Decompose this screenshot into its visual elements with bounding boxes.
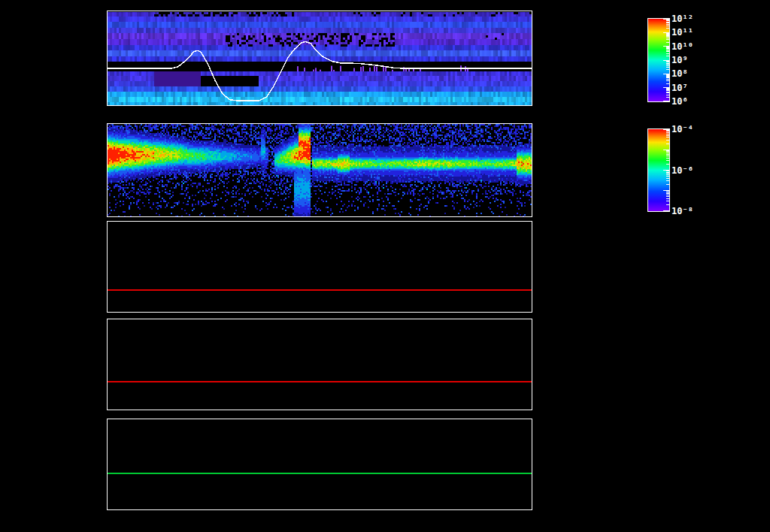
def-colorbar-ticks <box>648 129 669 211</box>
def-colorbar <box>647 128 670 212</box>
def-scale-label: 10⁻⁴ <box>671 124 693 135</box>
els-spectrogram-panel <box>107 123 532 217</box>
plot-stack-screen: 10¹²10¹¹10¹⁰10⁹10⁸10⁷10⁶10⁻⁴10⁻⁶10⁻⁸ <box>0 0 770 532</box>
els-spectrogram-canvas <box>108 124 532 216</box>
nf-scale-label: 10⁸ <box>671 68 688 79</box>
mu-scanner-panel <box>107 221 532 313</box>
nf-colorbar-ticks <box>648 19 669 101</box>
nf-scale-label: 10⁹ <box>671 55 688 65</box>
model-constant-panel <box>107 419 532 510</box>
model-constant-axis-overlay <box>108 419 532 509</box>
mu-scanner-axis-overlay <box>108 222 532 312</box>
nf-scale-label: 10¹⁰ <box>671 41 693 52</box>
def-scale-label: 10⁻⁶ <box>671 165 693 176</box>
npi-spectrogram-canvas <box>108 11 532 105</box>
nf-scale-label: 10¹¹ <box>671 27 693 38</box>
npi-spectrogram-panel <box>107 11 532 106</box>
nf-scale-label: 10⁶ <box>671 96 688 107</box>
nf-colorbar <box>647 18 670 102</box>
nf-scale-label: 10¹² <box>671 14 693 24</box>
scanner-pos-axis-overlay <box>108 319 532 410</box>
nf-scale-label: 10⁷ <box>671 83 688 93</box>
def-scale-label: 10⁻⁸ <box>671 206 693 216</box>
scanner-pos-panel <box>107 319 532 410</box>
